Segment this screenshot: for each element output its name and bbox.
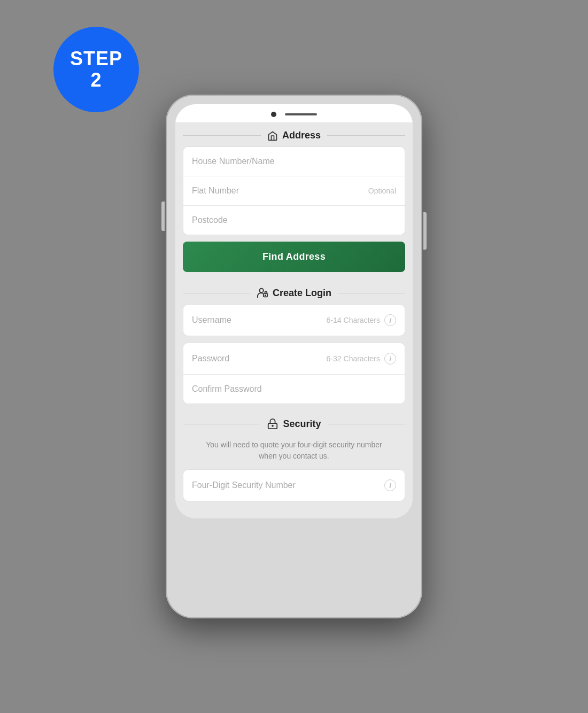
speaker: [285, 113, 317, 115]
home-icon: [267, 130, 278, 141]
security-number-label: Four-Digit Security Number: [192, 480, 296, 490]
security-number-info-icon[interactable]: i: [384, 479, 396, 491]
username-info-icon[interactable]: i: [384, 314, 396, 326]
confirm-password-field[interactable]: Confirm Password: [183, 375, 405, 404]
phone-top-bar: [175, 104, 413, 122]
camera-icon: [271, 112, 276, 117]
flat-number-field[interactable]: Flat Number Optional: [183, 176, 405, 206]
house-number-label: House Number/Name: [192, 157, 275, 166]
login-header-inner: Create Login: [250, 287, 338, 299]
username-hint: 6-14 Characters: [327, 316, 380, 324]
username-field[interactable]: Username 6-14 Characters i: [183, 305, 405, 336]
address-form-card: House Number/Name Flat Number Optional P…: [183, 146, 405, 235]
step-badge: STEP2: [53, 27, 139, 112]
password-field[interactable]: Password 6-32 Characters i: [183, 343, 405, 375]
login-header-line-right: [338, 293, 405, 293]
security-header-line-left: [183, 424, 260, 424]
security-form-card: Four-Digit Security Number i: [183, 469, 405, 501]
svg-point-4: [273, 425, 274, 427]
security-header-line-right: [328, 424, 405, 424]
flat-number-optional: Optional: [368, 187, 396, 195]
postcode-field[interactable]: Postcode: [183, 206, 405, 235]
phone-shell: Address House Number/Name Flat Number Op…: [166, 95, 422, 618]
find-address-button[interactable]: Find Address: [183, 242, 405, 272]
house-number-field[interactable]: House Number/Name: [183, 147, 405, 176]
create-login-section-header: Create Login: [175, 280, 413, 304]
svg-point-0: [260, 289, 264, 292]
create-login-header-text: Create Login: [273, 288, 331, 299]
password-info-icon[interactable]: i: [384, 353, 396, 365]
security-desc-line1: You will need to quote your four-digit s…: [206, 440, 382, 449]
bottom-spacer: [175, 508, 413, 518]
username-form-card: Username 6-14 Characters i: [183, 304, 405, 336]
step-badge-text: STEP2: [70, 48, 122, 90]
address-header-inner: Address: [261, 130, 327, 141]
security-header-inner: Security: [260, 418, 327, 430]
svg-point-2: [265, 295, 266, 296]
security-number-field[interactable]: Four-Digit Security Number i: [183, 470, 405, 501]
password-hint: 6-32 Characters: [327, 354, 380, 363]
person-lock-icon: [257, 287, 268, 299]
address-header-text: Address: [282, 130, 321, 141]
security-description: You will need to quote your four-digit s…: [175, 435, 413, 469]
screen-content: Address House Number/Name Flat Number Op…: [175, 122, 413, 518]
postcode-label: Postcode: [192, 215, 228, 225]
header-line-left: [183, 135, 261, 136]
password-form-card: Password 6-32 Characters i Confirm Passw…: [183, 343, 405, 404]
address-section-header: Address: [175, 122, 413, 146]
username-label: Username: [192, 315, 231, 325]
confirm-password-label: Confirm Password: [192, 384, 262, 394]
lock-icon: [267, 418, 278, 430]
login-header-line-left: [183, 293, 250, 293]
security-section-header: Security: [175, 410, 413, 435]
security-header-text: Security: [283, 418, 321, 430]
phone-inner: Address House Number/Name Flat Number Op…: [175, 104, 413, 518]
header-line-right: [327, 135, 405, 136]
flat-number-label: Flat Number: [192, 186, 239, 196]
password-label: Password: [192, 354, 229, 363]
security-desc-line2: when you contact us.: [259, 452, 329, 460]
